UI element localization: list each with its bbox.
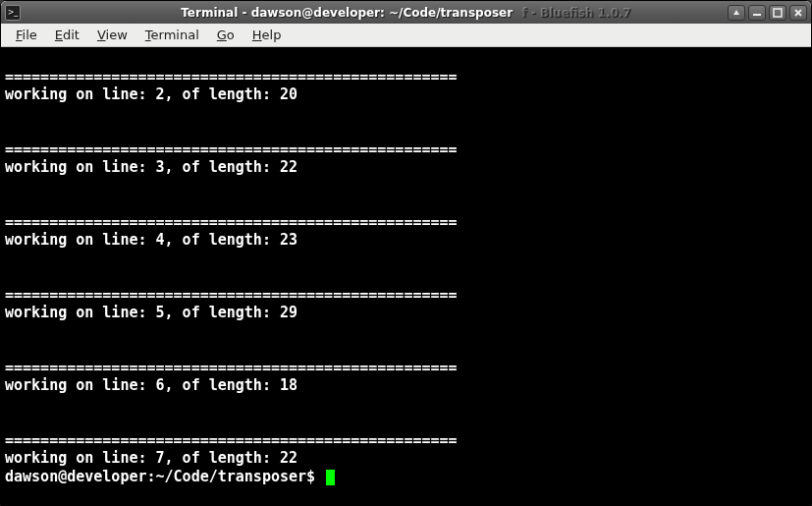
menu-terminal-rest: erminal	[151, 28, 199, 42]
rollup-button[interactable]	[728, 5, 745, 21]
terminal-window: >_ Terminal - dawson@developer: ~/Code/t…	[0, 0, 812, 506]
menu-help[interactable]: Help	[245, 26, 289, 44]
close-button[interactable]	[789, 5, 807, 21]
menu-file[interactable]: File	[9, 26, 44, 44]
window-title-text: Terminal - dawson@developer: ~/Code/tran…	[181, 6, 513, 20]
app-icon: >_	[5, 5, 21, 21]
window-title: Terminal - dawson@developer: ~/Code/tran…	[1, 6, 811, 20]
cursor	[326, 470, 335, 485]
menu-view[interactable]: View	[90, 26, 135, 44]
terminal-output[interactable]: ========================================…	[1, 47, 811, 505]
svg-rect-1	[774, 9, 782, 17]
background-window-hint: f - Bluefish 1.0.7	[521, 6, 630, 20]
menu-file-rest: ile	[23, 28, 37, 42]
menu-edit-rest: dit	[63, 28, 80, 42]
minimize-button[interactable]	[748, 5, 766, 21]
svg-rect-0	[753, 14, 761, 16]
menu-terminal[interactable]: Terminal	[138, 26, 206, 44]
menu-edit[interactable]: Edit	[48, 26, 86, 44]
menu-help-rest: elp	[262, 28, 282, 42]
window-controls	[728, 5, 807, 21]
maximize-button[interactable]	[769, 5, 786, 21]
menubar: File Edit View Terminal Go Help	[1, 24, 811, 47]
menu-go[interactable]: Go	[210, 26, 242, 44]
shell-prompt: dawson@developer:~/Code/transposer$	[5, 468, 324, 485]
menu-view-rest: iew	[106, 28, 128, 42]
menu-go-rest: o	[227, 28, 235, 42]
titlebar[interactable]: >_ Terminal - dawson@developer: ~/Code/t…	[1, 1, 811, 24]
